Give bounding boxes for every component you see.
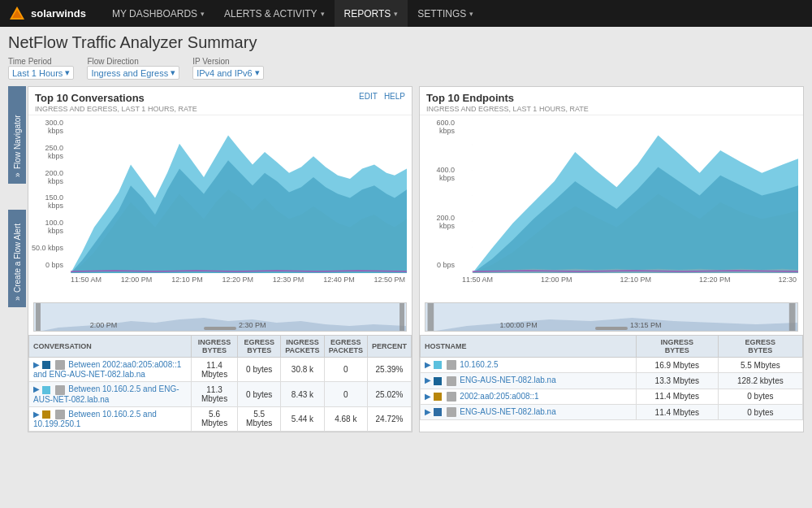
- ingress-bytes-cell: 11.4 Mbytes: [636, 389, 718, 404]
- hostname-link[interactable]: ENG-AUS-NET-082.lab.na: [460, 376, 555, 384]
- chevron-down-icon: ▾: [171, 67, 175, 78]
- logo-text: solarwinds: [31, 7, 86, 20]
- expand-button[interactable]: ▶: [425, 407, 431, 416]
- table-row: ▶ Between 10.160.2.5 and ENG-AUS-NET-082…: [29, 382, 412, 406]
- color-swatch: [434, 393, 442, 401]
- percent-cell: 25.39%: [367, 358, 411, 382]
- time-period-filter: Time Period Last 1 Hours ▾: [8, 57, 74, 80]
- ingress-bytes-cell: 5.6 Mbytes: [191, 406, 237, 431]
- flow-direction-label: Flow Direction: [87, 57, 179, 66]
- expand-button[interactable]: ▶: [33, 384, 40, 393]
- row-icon: [447, 376, 456, 386]
- endpoints-table: HOSTNAME INGRESSBYTES EGRESSBYTES ▶ 10.1…: [420, 335, 803, 420]
- chevron-icon: »: [13, 296, 22, 301]
- create-flow-alert-tab[interactable]: » Create a Flow Alert: [8, 210, 26, 307]
- egress-bytes-cell: 0 bytes: [718, 405, 802, 420]
- endpoints-subtitle: INGRESS AND EGRESS, LAST 1 HOURS, RATE: [426, 105, 589, 113]
- hostname-link[interactable]: 10.160.2.5: [460, 360, 498, 369]
- conversations-panel: Top 10 Conversations INGRESS AND EGRESS,…: [28, 86, 412, 432]
- conversations-table: CONVERSATION INGRESSBYTES EGRESSBYTES IN…: [28, 335, 412, 432]
- panels-container: Top 10 Conversations INGRESS AND EGRESS,…: [28, 86, 804, 432]
- page-title: NetFlow Traffic Analyzer Summary: [8, 33, 804, 52]
- endpoints-panel-header: Top 10 Endpoints INGRESS AND EGRESS, LAS…: [420, 87, 803, 115]
- ingress-bytes-cell: 13.3 Mbytes: [636, 373, 718, 389]
- dashboard: » Flow Navigator » Create a Flow Alert T…: [8, 86, 804, 432]
- row-icon: [55, 410, 65, 419]
- expand-button[interactable]: ▶: [33, 360, 40, 369]
- color-swatch: [42, 361, 50, 369]
- ip-version-select[interactable]: IPv4 and IPv6 ▾: [192, 66, 264, 80]
- table-row: ▶ Between 10.160.2.5 and 10.199.250.1 5.…: [29, 406, 412, 431]
- svg-rect-16: [400, 303, 404, 332]
- edit-button[interactable]: EDIT: [359, 92, 378, 101]
- flow-direction-select[interactable]: Ingress and Egress ▾: [87, 66, 179, 80]
- table-row: ▶ 2002:aa0:205:a008::1 11.4 Mbytes 0 byt…: [421, 389, 803, 404]
- endpoints-title: Top 10 Endpoints: [426, 92, 589, 104]
- nav-item-alerts[interactable]: ALERTS & ACTIVITY ▾: [214, 0, 334, 27]
- nav-item-settings[interactable]: SETTINGS ▾: [408, 0, 483, 27]
- color-swatch: [434, 408, 442, 416]
- time-period-select[interactable]: Last 1 Hours ▾: [8, 66, 74, 80]
- x-axis-labels: 11:50 AM 12:00 PM 12:10 PM 12:20 PM 12:3…: [425, 276, 798, 284]
- table-row: ▶ Between 2002:aa0:205:a008::1 and ENG-A…: [29, 358, 412, 382]
- egress-bytes-cell: 5.5 Mbytes: [718, 358, 802, 373]
- egress-bytes-cell: 5.5 Mbytes: [238, 406, 281, 431]
- chevron-down-icon: ▾: [255, 67, 260, 78]
- egress-bytes-cell: 128.2 kbytes: [718, 373, 802, 389]
- filter-bar: Time Period Last 1 Hours ▾ Flow Directio…: [8, 57, 804, 80]
- col-egress-bytes: EGRESSBYTES: [718, 336, 802, 358]
- egress-bytes-cell: 0 bytes: [718, 389, 802, 404]
- conversations-minimap[interactable]: 2:00 PM 2:30 PM: [33, 302, 407, 332]
- ip-version-label: IP Version: [192, 57, 264, 66]
- expand-button[interactable]: ▶: [33, 410, 40, 419]
- y-axis-labels: 300.0 kbps 250.0 kbps 200.0 kbps 150.0 k…: [28, 119, 66, 269]
- y-axis-labels: 600.0 kbps 400.0 kbps 200.0 kbps 0 bps: [420, 119, 457, 269]
- endpoints-minimap[interactable]: 1:00:00 PM 13:15 PM: [425, 302, 798, 332]
- row-icon: [447, 407, 456, 417]
- table-row: ▶ ENG-AUS-NET-082.lab.na 11.4 Mbytes 0 b…: [421, 405, 803, 420]
- nav-item-dashboards[interactable]: MY DASHBOARDS ▾: [102, 0, 214, 27]
- flow-direction-filter: Flow Direction Ingress and Egress ▾: [87, 57, 179, 80]
- egress-bytes-cell: 0 bytes: [238, 358, 281, 382]
- chevron-down-icon: ▾: [65, 67, 70, 78]
- expand-button[interactable]: ▶: [425, 392, 431, 401]
- side-tabs: » Flow Navigator » Create a Flow Alert: [8, 86, 26, 432]
- x-axis-labels: 11:50 AM 12:00 PM 12:10 PM 12:20 PM 12:3…: [33, 276, 407, 284]
- endpoints-panel: Top 10 Endpoints INGRESS AND EGRESS, LAS…: [419, 86, 804, 432]
- hostname-link[interactable]: 2002:aa0:205:a008::1: [460, 392, 538, 401]
- row-icon: [447, 392, 456, 402]
- help-button[interactable]: HELP: [384, 92, 405, 101]
- expand-button[interactable]: ▶: [425, 360, 431, 369]
- svg-rect-32: [789, 303, 796, 332]
- ingress-packets-cell: 5.44 k: [281, 406, 324, 431]
- color-swatch: [42, 410, 50, 419]
- egress-bytes-cell: 0 bytes: [238, 382, 281, 406]
- conversations-title: Top 10 Conversations: [35, 92, 197, 104]
- percent-cell: 25.02%: [367, 382, 411, 406]
- expand-button[interactable]: ▶: [425, 376, 431, 384]
- col-ingress-packets: INGRESSPACKETS: [281, 336, 324, 358]
- ingress-packets-cell: 30.8 k: [281, 358, 324, 382]
- chevron-down-icon: ▾: [469, 10, 473, 18]
- ingress-packets-cell: 8.43 k: [281, 382, 324, 406]
- chevron-down-icon: ▾: [201, 10, 205, 18]
- chevron-down-icon: ▾: [394, 10, 398, 18]
- conversations-panel-header: Top 10 Conversations INGRESS AND EGRESS,…: [28, 87, 412, 115]
- egress-packets-cell: 4.68 k: [324, 406, 367, 431]
- row-icon: [55, 385, 65, 395]
- endpoints-chart: 600.0 kbps 400.0 kbps 200.0 kbps 0 bps: [420, 115, 803, 302]
- hostname-link[interactable]: ENG-AUS-NET-082.lab.na: [460, 407, 555, 416]
- chevron-down-icon: ▾: [321, 10, 325, 18]
- col-ingress-bytes: INGRESSBYTES: [191, 336, 237, 358]
- nav-item-reports[interactable]: REPORTS ▾: [335, 0, 408, 27]
- table-row: ▶ ENG-AUS-NET-082.lab.na 13.3 Mbytes 128…: [421, 373, 803, 389]
- logo: solarwinds: [8, 5, 86, 23]
- ingress-bytes-cell: 16.9 Mbytes: [636, 358, 718, 373]
- conversation-link[interactable]: Between 10.160.2.5 and 10.199.250.1: [33, 410, 157, 428]
- endpoints-chart-svg: [425, 119, 798, 273]
- ingress-bytes-cell: 11.4 Mbytes: [636, 405, 718, 420]
- flow-navigator-tab[interactable]: » Flow Navigator: [8, 86, 26, 184]
- ingress-bytes-cell: 11.4 Mbytes: [191, 358, 237, 382]
- row-icon: [447, 360, 456, 370]
- col-egress-packets: EGRESSPACKETS: [324, 336, 367, 358]
